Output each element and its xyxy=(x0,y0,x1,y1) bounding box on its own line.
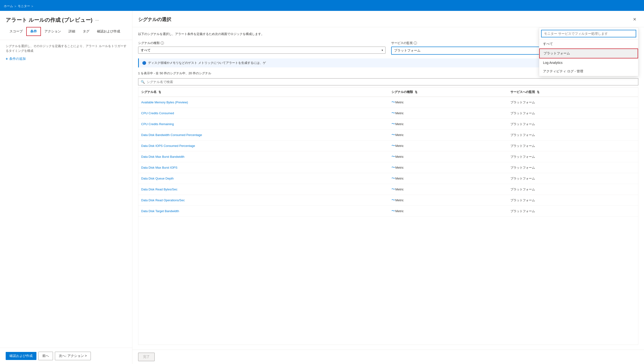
signal-search-icon: 🔍 xyxy=(141,80,145,84)
metric-wave-icon: 〜 xyxy=(392,111,395,116)
metric-wave-icon: 〜 xyxy=(392,176,395,181)
service-monitor-cell: プラットフォーム xyxy=(508,140,638,151)
col-header-signal-type: シグナルの種類 ⇅ xyxy=(388,88,508,97)
signal-name-cell[interactable]: Data Disk Max Burst IOPS xyxy=(138,162,388,173)
table-row: Data Disk Target Bandwidth〜 Metricプラットフォ… xyxy=(138,206,638,217)
metric-wave-icon: 〜 xyxy=(392,154,395,159)
tab-condition[interactable]: 条件 xyxy=(26,28,41,36)
signal-name-cell[interactable]: CPU Credits Remaining xyxy=(138,119,388,130)
metric-wave-icon: 〜 xyxy=(392,132,395,138)
signal-name-cell[interactable]: Data Disk Max Burst Bandwidth xyxy=(138,151,388,162)
signal-type-info-icon: i xyxy=(160,42,164,45)
breadcrumb-sep2: > xyxy=(32,4,33,8)
plus-icon: + xyxy=(6,57,8,61)
prev-button[interactable]: 前へ xyxy=(38,352,53,360)
metric-wave-icon: 〜 xyxy=(392,208,395,214)
metric-wave-icon: 〜 xyxy=(392,165,395,170)
tab-tag[interactable]: タグ xyxy=(79,28,93,36)
service-monitor-cell: プラットフォーム xyxy=(508,184,638,195)
signal-type-cell: 〜 Metric xyxy=(388,206,508,217)
signal-type-cell: 〜 Metric xyxy=(388,173,508,184)
signal-name-cell[interactable]: Data Disk Target Bandwidth xyxy=(138,206,388,217)
tab-action[interactable]: アクション xyxy=(41,28,65,36)
table-row: CPU Credits Consumed〜 Metricプラットフォーム xyxy=(138,108,638,119)
more-icon[interactable]: ··· xyxy=(95,18,99,23)
signal-selection-dialog: シグナルの選択 ✕ 以下のシグナルを選択し、アラート条件を定義するため次の画面で… xyxy=(132,11,644,364)
signal-type-cell: 〜 Metric xyxy=(388,108,508,119)
signal-type-select-wrapper: すべて ▼ xyxy=(138,46,386,54)
signal-search-input[interactable] xyxy=(147,80,636,84)
table-row: Data Disk Max Burst Bandwidth〜 Metricプラッ… xyxy=(138,151,638,162)
table-row: Data Disk Read Bytes/Sec〜 Metricプラットフォーム xyxy=(138,184,638,195)
signal-type-cell: 〜 Metric xyxy=(388,97,508,108)
dialog-close-button[interactable]: ✕ xyxy=(631,16,638,23)
signal-type-cell: 〜 Metric xyxy=(388,162,508,173)
service-monitor-cell: プラットフォーム xyxy=(508,173,638,184)
confirm-create-button[interactable]: 確認および作成 xyxy=(6,352,36,360)
tab-scope[interactable]: スコープ xyxy=(6,28,26,36)
service-monitor-cell: プラットフォーム xyxy=(508,206,638,217)
signal-type-cell: 〜 Metric xyxy=(388,184,508,195)
dialog-body: 以下のシグナルを選択し、アラート条件を定義するため次の画面でロジックを構成します… xyxy=(132,27,644,350)
signal-type-cell: 〜 Metric xyxy=(388,151,508,162)
next-action-button[interactable]: 次へ: アクション > xyxy=(55,352,91,360)
signal-type-label: シグナルの種類 i xyxy=(138,41,386,45)
service-monitor-filter-group: サービスの監視 i プラットフォーム ▼ すべて xyxy=(391,41,638,55)
breadcrumb-monitor[interactable]: モニター xyxy=(18,4,30,8)
signal-name-cell[interactable]: Data Disk Read Bytes/Sec xyxy=(138,184,388,195)
signal-name-cell[interactable]: Data Disk Bandwidth Consumed Percentage xyxy=(138,130,388,140)
breadcrumb: ホーム > モニター > xyxy=(4,4,33,8)
left-panel: アラート ルールの作成 (プレビュー) ··· スコープ 条件 アクション 詳細… xyxy=(0,11,132,364)
page-title-row: アラート ルールの作成 (プレビュー) ··· xyxy=(6,16,126,24)
table-row: Available Memory Bytes (Preview)〜 Metric… xyxy=(138,97,638,108)
signal-search-box: 🔍 xyxy=(138,78,638,86)
dropdown-all-option[interactable]: すべて xyxy=(539,40,638,48)
dropdown-activity-log-option[interactable]: アクティビティ ログ - 管理 xyxy=(539,67,638,76)
breadcrumb-home[interactable]: ホーム xyxy=(4,4,13,8)
signal-name-cell[interactable]: Available Memory Bytes (Preview) xyxy=(138,97,388,108)
main-layout: アラート ルールの作成 (プレビュー) ··· スコープ 条件 アクション 詳細… xyxy=(0,11,644,364)
signal-name-cell[interactable]: CPU Credits Consumed xyxy=(138,108,388,119)
dialog-header: シグナルの選択 ✕ xyxy=(132,11,644,27)
tab-detail[interactable]: 詳細 xyxy=(65,28,79,36)
add-condition-button[interactable]: + 条件の追加 xyxy=(6,57,126,61)
done-button[interactable]: 完了 xyxy=(138,353,155,361)
left-header: アラート ルールの作成 (プレビュー) ··· スコープ 条件 アクション 詳細… xyxy=(0,11,132,40)
service-monitor-cell: プラットフォーム xyxy=(508,162,638,173)
signal-name-cell[interactable]: Data Disk Read Operations/Sec xyxy=(138,195,388,206)
metric-wave-icon: 〜 xyxy=(392,100,395,105)
signal-type-cell: 〜 Metric xyxy=(388,195,508,206)
metric-wave-icon: 〜 xyxy=(392,187,395,192)
metric-wave-icon: 〜 xyxy=(392,122,395,126)
service-monitor-value: プラットフォーム xyxy=(394,48,420,53)
metric-wave-icon: 〜 xyxy=(392,143,395,148)
dialog-title: シグナルの選択 xyxy=(138,16,171,23)
signal-type-cell: 〜 Metric xyxy=(388,119,508,130)
tab-confirm[interactable]: 確認および作成 xyxy=(93,28,124,36)
service-monitor-info-icon: i xyxy=(414,42,417,45)
condition-description: シグナルを選択し、そのロジックを定義することにより、アラート ルールをトリガーす… xyxy=(6,44,126,53)
dropdown-search-input[interactable] xyxy=(541,30,636,37)
signal-name-cell[interactable]: Data Disk Queue Depth xyxy=(138,173,388,184)
table-row: Data Disk Bandwidth Consumed Percentage〜… xyxy=(138,130,638,140)
sort-signal-type-icon[interactable]: ⇅ xyxy=(415,90,418,94)
signal-type-cell: 〜 Metric xyxy=(388,130,508,140)
dropdown-log-analytics-option[interactable]: Log Analytics xyxy=(539,58,638,67)
signal-type-select[interactable]: すべて xyxy=(138,46,386,54)
service-monitor-select-wrapper: プラットフォーム ▼ すべて プラットフォーム Log Analytics アク… xyxy=(391,46,638,55)
sort-signal-name-icon[interactable]: ⇅ xyxy=(158,90,161,94)
sort-service-monitor-icon[interactable]: ⇅ xyxy=(537,90,540,94)
dialog-footer: 完了 xyxy=(132,350,644,364)
left-body: シグナルを選択し、そのロジックを定義することにより、アラート ルールをトリガーす… xyxy=(0,40,132,348)
col-header-signal-name: シグナル名 ⇅ xyxy=(138,88,388,97)
left-footer: 確認および作成 前へ 次へ: アクション > xyxy=(0,348,132,364)
signals-table-container: シグナル名 ⇅ シグナルの種類 ⇅ サービスへの監視 ⇅ xyxy=(138,87,638,345)
table-row: Data Disk Read Operations/Sec〜 Metricプラッ… xyxy=(138,195,638,206)
service-monitor-cell: プラットフォーム xyxy=(508,108,638,119)
table-row: Data Disk Queue Depth〜 Metricプラットフォーム xyxy=(138,173,638,184)
signal-name-cell[interactable]: Data Disk IOPS Consumed Percentage xyxy=(138,140,388,151)
info-banner-text: ディスク領域やメモリなどのゲスト メトリックについてアラートを生成するには、ゲ xyxy=(148,61,266,65)
dropdown-platform-option[interactable]: プラットフォーム xyxy=(539,48,638,58)
service-monitor-cell: プラットフォーム xyxy=(508,195,638,206)
service-monitor-cell: プラットフォーム xyxy=(508,130,638,140)
